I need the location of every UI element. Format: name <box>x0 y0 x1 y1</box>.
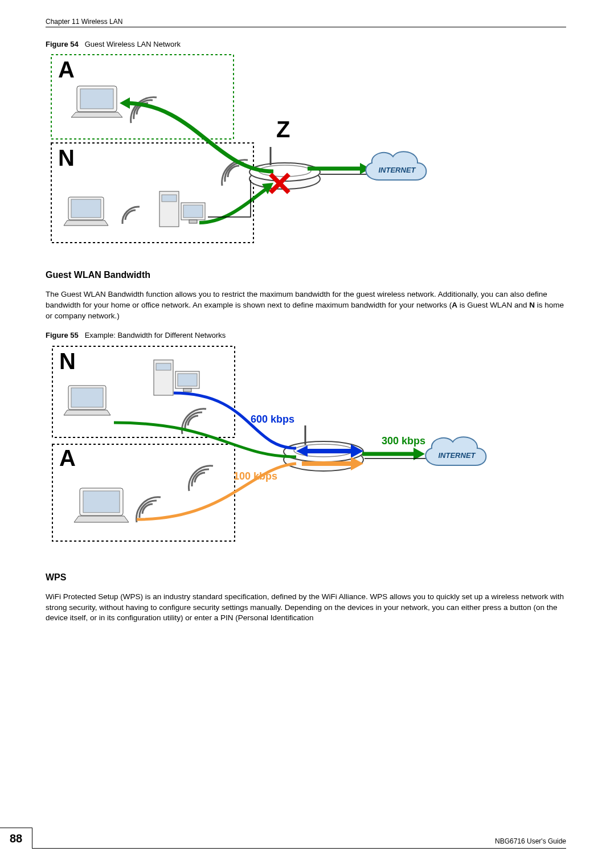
wifi-icon <box>131 97 157 123</box>
text-span: is Guest WLAN and <box>457 301 529 309</box>
bold-n: N <box>529 301 535 309</box>
bold-a: A <box>452 301 457 309</box>
label-z: Z <box>276 117 290 142</box>
svg-marker-19 <box>64 410 110 415</box>
footer-rule <box>0 848 566 849</box>
svg-rect-16 <box>189 220 197 223</box>
heading-guest-wlan-bandwidth: Guest WLAN Bandwidth <box>46 270 566 280</box>
svg-marker-27 <box>74 516 129 522</box>
figure-55-svg: N A <box>46 343 535 554</box>
arrowhead-left <box>120 97 130 109</box>
label-n: N <box>58 145 75 170</box>
document-page: Chapter 11 Wireless LAN Figure 54 Guest … <box>0 0 606 860</box>
paragraph-wps: WiFi Protected Setup (WPS) is an industr… <box>46 592 566 624</box>
figure-54-caption: Figure 54 Guest Wireless LAN Network <box>46 40 566 48</box>
figure-54-title: Guest Wireless LAN Network <box>85 40 181 48</box>
arrow-a-to-router <box>125 103 273 171</box>
svg-rect-21 <box>156 363 171 370</box>
svg-rect-24 <box>183 388 191 392</box>
label-600kbps: 600 kbps <box>251 413 294 425</box>
svg-rect-15 <box>183 205 203 218</box>
wifi-icon <box>122 207 140 224</box>
page-number: 88 <box>0 828 32 849</box>
figure-55-caption: Figure 55 Example: Bandwidth for Differe… <box>46 331 566 339</box>
paragraph-guest-bw: The Guest WLAN Bandwidth function allows… <box>46 289 566 322</box>
svg-rect-18 <box>71 388 103 407</box>
figure-54-svg: A N Z <box>46 52 456 251</box>
footer-guide: NBG6716 User's Guide <box>495 837 566 845</box>
internet-cloud-icon: INTERNET <box>366 152 426 180</box>
figure-55-title: Example: Bandwidth for Different Network… <box>85 331 226 339</box>
figure-55: N A <box>46 343 566 555</box>
label-a: A <box>59 445 76 470</box>
label-n: N <box>59 349 76 374</box>
internet-cloud-icon: INTERNET <box>425 437 486 465</box>
svg-rect-26 <box>83 491 120 513</box>
wifi-icon <box>189 465 213 490</box>
internet-label: INTERNET <box>379 166 416 174</box>
figure-55-number: Figure 55 <box>46 331 79 339</box>
label-100kbps: 100 kbps <box>234 470 277 482</box>
svg-rect-23 <box>178 374 197 386</box>
svg-marker-2 <box>71 112 122 117</box>
label-300kbps: 300 kbps <box>382 435 425 447</box>
figure-54-number: Figure 54 <box>46 40 79 48</box>
ethernet-line <box>208 180 251 217</box>
svg-rect-1 <box>80 89 113 109</box>
header-rule: Chapter 11 Wireless LAN <box>46 17 566 27</box>
label-a: A <box>58 57 75 82</box>
svg-rect-13 <box>162 195 177 202</box>
desktop-icon <box>159 191 205 227</box>
laptop-icon <box>74 488 129 522</box>
svg-marker-11 <box>64 220 108 226</box>
laptop-icon <box>64 386 110 415</box>
svg-rect-10 <box>71 199 101 218</box>
heading-wps: WPS <box>46 572 566 583</box>
laptop-icon <box>64 197 108 226</box>
chapter-header: Chapter 11 Wireless LAN <box>46 18 122 26</box>
laptop-icon <box>71 86 122 117</box>
figure-54: A N Z <box>46 52 566 253</box>
internet-label: INTERNET <box>439 451 476 460</box>
box-n <box>51 143 253 243</box>
page-footer: 88 NBG6716 User's Guide <box>0 848 606 849</box>
desktop-icon <box>154 360 199 395</box>
